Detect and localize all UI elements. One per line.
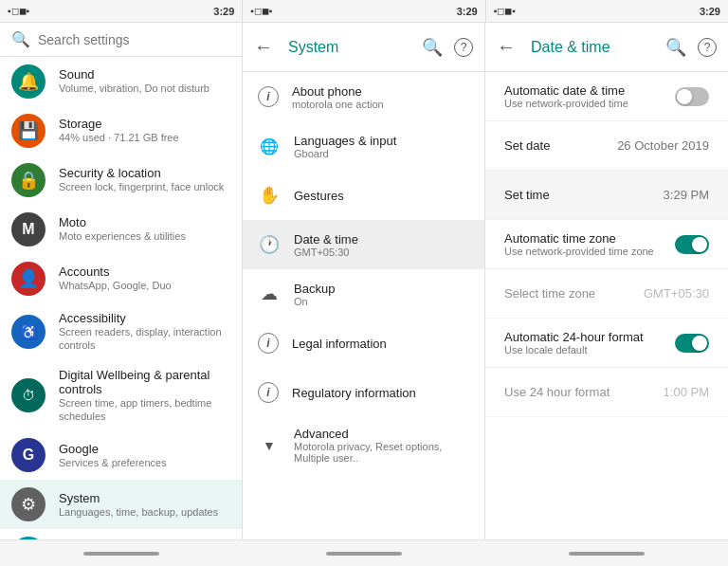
submenu-item-about[interactable]: i About phone motorola one action bbox=[243, 72, 484, 121]
sound-icon: 🔔 bbox=[11, 64, 46, 99]
auto-24hr-toggle[interactable] bbox=[675, 334, 709, 353]
system-info-icon[interactable]: ? bbox=[454, 38, 473, 57]
time-left: 3:29 bbox=[213, 6, 234, 17]
moto-subtitle: Moto experiences & utilities bbox=[59, 229, 186, 243]
status-icons-left: ▪◻◼▪ bbox=[8, 6, 29, 16]
about-subtitle: motorola one action bbox=[292, 99, 384, 110]
languages-subtitle: Gboard bbox=[294, 148, 396, 159]
system-submenu-list: i About phone motorola one action 🌐 Lang… bbox=[243, 72, 484, 539]
system-title: System bbox=[59, 491, 218, 505]
nav-back-pill[interactable] bbox=[83, 552, 159, 556]
about-title: About phone bbox=[292, 84, 384, 99]
use-24hr-title: Use 24 hour format bbox=[504, 385, 610, 399]
security-icon: 🔒 bbox=[11, 163, 46, 197]
advanced-subtitle: Motorola privacy, Reset options, Multipl… bbox=[294, 441, 469, 464]
system-back-button[interactable]: ← bbox=[254, 36, 273, 58]
select-timezone-value: GMT+05:30 bbox=[644, 286, 709, 301]
moto-title: Moto bbox=[59, 215, 186, 229]
sidebar-item-rating[interactable]: ★ Rating & feedback Send suggestions & r… bbox=[0, 529, 242, 539]
search-bar[interactable]: 🔍 bbox=[0, 23, 242, 57]
sidebar-item-storage[interactable]: 💾 Storage 44% used · 71.21 GB free bbox=[0, 106, 242, 155]
moto-icon: M bbox=[11, 212, 46, 246]
submenu-item-regulatory[interactable]: i Regulatory information bbox=[243, 368, 484, 417]
auto-date-toggle[interactable] bbox=[675, 87, 709, 106]
wellbeing-icon: ⏱ bbox=[11, 378, 46, 412]
submenu-item-advanced[interactable]: ▼ Advanced Motorola privacy, Reset optio… bbox=[243, 417, 484, 473]
auto-timezone-toggle[interactable] bbox=[675, 235, 709, 254]
status-bar-center: ▪◻◼▪ 3:29 bbox=[243, 0, 485, 22]
time-right: 3:29 bbox=[700, 6, 720, 17]
datetime-panel-title: Date & time bbox=[531, 39, 650, 56]
system-panel: ← System 🔍 ? i About phone motorola one … bbox=[243, 23, 485, 539]
submenu-item-datetime[interactable]: 🕐 Date & time GMT+05:30 bbox=[243, 220, 484, 269]
auto-24hr-toggle-knob bbox=[692, 336, 707, 351]
backup-subtitle: On bbox=[294, 296, 335, 307]
dt-use-24hr-item: Use 24 hour format 1:00 PM bbox=[485, 368, 728, 417]
status-icons-right: ▪◻◼▪ bbox=[494, 6, 516, 16]
time-center: 3:29 bbox=[457, 6, 478, 17]
search-input[interactable] bbox=[38, 32, 230, 47]
nav-recents-pill[interactable] bbox=[569, 552, 645, 556]
set-date-value: 26 October 2019 bbox=[617, 138, 709, 153]
dt-set-date-item[interactable]: Set date 26 October 2019 bbox=[485, 121, 728, 171]
sidebar-item-accessibility[interactable]: ♿ Accessibility Screen readers, display,… bbox=[0, 303, 242, 360]
sidebar-item-wellbeing[interactable]: ⏱ Digital Wellbeing & parental controls … bbox=[0, 360, 242, 431]
use-24hr-value: 1:00 PM bbox=[664, 385, 709, 399]
system-search-icon[interactable]: 🔍 bbox=[422, 37, 443, 58]
set-time-value: 3:29 PM bbox=[664, 188, 709, 202]
system-panel-title: System bbox=[288, 39, 407, 56]
accounts-subtitle: WhatsApp, Google, Duo bbox=[59, 279, 172, 292]
gestures-icon: ✋ bbox=[258, 184, 281, 207]
dt-set-time-item[interactable]: Set time 3:29 PM bbox=[485, 171, 728, 220]
accessibility-title: Accessibility bbox=[59, 311, 230, 325]
status-bar: ▪◻◼▪ 3:29 ▪◻◼▪ 3:29 ▪◻◼▪ 3:29 bbox=[0, 0, 728, 23]
legal-icon: i bbox=[258, 333, 279, 354]
sound-title: Sound bbox=[59, 67, 209, 82]
submenu-item-languages[interactable]: 🌐 Languages & input Gboard bbox=[243, 121, 484, 171]
storage-title: Storage bbox=[59, 117, 179, 131]
about-icon: i bbox=[258, 86, 279, 107]
sidebar-item-system[interactable]: ⚙ System Languages, time, backup, update… bbox=[0, 480, 242, 529]
set-time-title: Set time bbox=[504, 188, 550, 202]
settings-panel: 🔍 🔔 Sound Volume, vibration, Do not dist… bbox=[0, 23, 243, 539]
auto-timezone-toggle-knob bbox=[692, 237, 707, 252]
search-icon: 🔍 bbox=[11, 30, 30, 48]
datetime-back-button[interactable]: ← bbox=[497, 36, 516, 58]
auto-24hr-subtitle: Use locale default bbox=[504, 344, 644, 356]
accessibility-icon: ♿ bbox=[11, 315, 46, 349]
dt-auto-24hr-item[interactable]: Automatic 24-hour format Use locale defa… bbox=[485, 319, 728, 368]
languages-icon: 🌐 bbox=[258, 135, 281, 157]
system-panel-header: ← System 🔍 ? bbox=[243, 23, 484, 72]
status-bar-right: ▪◻◼▪ 3:29 bbox=[486, 0, 728, 22]
set-date-title: Set date bbox=[504, 138, 550, 153]
datetime-info-icon[interactable]: ? bbox=[698, 38, 717, 57]
storage-icon: 💾 bbox=[11, 114, 46, 148]
datetime-search-icon[interactable]: 🔍 bbox=[665, 37, 686, 58]
accounts-icon: 👤 bbox=[11, 262, 46, 296]
sidebar-item-google[interactable]: G Google Services & preferences bbox=[0, 430, 242, 480]
accounts-title: Accounts bbox=[59, 265, 172, 279]
dt-auto-timezone-item[interactable]: Automatic time zone Use network-provided… bbox=[485, 220, 728, 269]
submenu-item-gestures[interactable]: ✋ Gestures bbox=[243, 171, 484, 220]
notification-icons-right: ▪◻◼▪ bbox=[494, 6, 516, 16]
submenu-item-legal[interactable]: i Legal information bbox=[243, 319, 484, 368]
bottom-nav-bar bbox=[0, 539, 728, 566]
auto-timezone-title: Automatic time zone bbox=[504, 231, 654, 246]
sidebar-item-moto[interactable]: M Moto Moto experiences & utilities bbox=[0, 205, 242, 254]
dt-select-timezone-item: Select time zone GMT+05:30 bbox=[485, 269, 728, 319]
accessibility-subtitle: Screen readers, display, interaction con… bbox=[59, 325, 230, 353]
notification-icons-center: ▪◻◼▪ bbox=[250, 6, 272, 16]
system-subtitle: Languages, time, backup, updates bbox=[59, 505, 218, 519]
dt-auto-date-item[interactable]: Automatic date & time Use network-provid… bbox=[485, 72, 728, 121]
gestures-title: Gestures bbox=[294, 189, 344, 203]
datetime-panel: ← Date & time 🔍 ? Automatic date & time … bbox=[485, 23, 728, 539]
sidebar-item-sound[interactable]: 🔔 Sound Volume, vibration, Do not distur… bbox=[0, 57, 242, 106]
submenu-item-backup[interactable]: ☁ Backup On bbox=[243, 269, 484, 319]
nav-home-pill[interactable] bbox=[326, 552, 402, 556]
datetime-icon: 🕐 bbox=[258, 233, 281, 256]
auto-date-subtitle: Use network-provided time bbox=[504, 98, 628, 109]
sidebar-item-accounts[interactable]: 👤 Accounts WhatsApp, Google, Duo bbox=[0, 254, 242, 303]
sidebar-item-security[interactable]: 🔒 Security & location Screen lock, finge… bbox=[0, 155, 242, 205]
status-bar-left: ▪◻◼▪ 3:29 bbox=[0, 0, 243, 22]
backup-icon: ☁ bbox=[258, 283, 281, 305]
